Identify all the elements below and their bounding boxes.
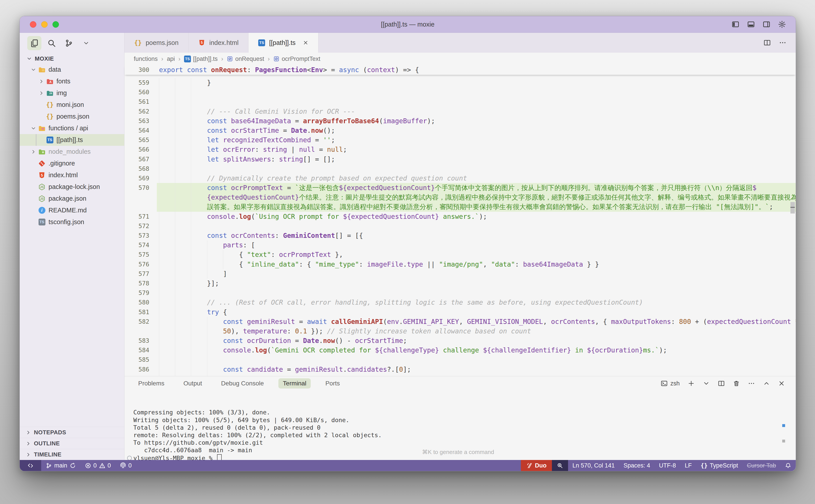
breadcrumb-item-functions[interactable]: functions xyxy=(134,56,158,62)
code-line[interactable]: 563const base64ImageData = arrayBufferTo… xyxy=(124,116,796,126)
terminal-instance[interactable]: zsh xyxy=(661,380,680,387)
breadcrumb-item--path-ts[interactable]: TS[[path]].ts xyxy=(184,56,218,62)
tree-item-fonts[interactable]: Afonts xyxy=(20,75,124,87)
section-outline[interactable]: OUTLINE xyxy=(20,438,124,449)
activity-search[interactable] xyxy=(44,36,59,50)
section-timeline[interactable]: TIMELINE xyxy=(20,449,124,460)
tree-item-img[interactable]: img xyxy=(20,87,124,99)
code-line[interactable]: 572 xyxy=(124,221,796,231)
code-line[interactable]: 585 xyxy=(124,355,796,364)
section-notepads[interactable]: NOTEPADS xyxy=(20,427,124,438)
status-cursor-tab[interactable]: Cursor Tab xyxy=(742,460,780,471)
code-lines[interactable]: 559}560561562// --- Call Gemini Vision f… xyxy=(124,78,796,376)
code-line[interactable]: 567let splitAnswers: string[] = []; xyxy=(124,154,796,164)
terminal-profiles-button[interactable] xyxy=(703,380,710,387)
code-line[interactable]: 300export const onRequest: PagesFunction… xyxy=(124,65,796,75)
code-line[interactable]: 584console.log(`Gemini OCR completed for… xyxy=(124,345,796,355)
code-line[interactable]: 578}]; xyxy=(124,279,796,288)
tree-item-tsconfig-json[interactable]: TStsconfig.json xyxy=(20,216,124,228)
tree-item-node-modules[interactable]: node_modules xyxy=(20,146,124,158)
status-encoding[interactable]: UTF-8 xyxy=(655,460,681,471)
status-language[interactable]: {}TypeScript xyxy=(696,460,743,471)
code-line[interactable]: 562// --- Call Gemini Vision for OCR --- xyxy=(124,107,796,116)
close-tab-icon[interactable] xyxy=(303,40,309,46)
status-zoom[interactable] xyxy=(552,460,568,471)
code-line[interactable]: 568 xyxy=(124,164,796,173)
code-line[interactable]: 583const ocrDuration = Date.now() - ocrS… xyxy=(124,336,796,345)
code-line[interactable]: 582const geminiResult = await callGemini… xyxy=(124,317,796,326)
code-line[interactable]: 577] xyxy=(124,269,796,279)
new-terminal-button[interactable] xyxy=(688,380,695,387)
tree-item-functions-api[interactable]: functions / api xyxy=(20,122,124,134)
code-line[interactable]: 誤答案。如果字形有錯誤直接視為錯誤答案。識別過程中絕對不要做語意分析，審閱預期中… xyxy=(124,202,796,212)
activity-more-views[interactable] xyxy=(79,36,93,50)
code-line[interactable]: 50), temperature: 0.1 }); // Slightly in… xyxy=(124,326,796,336)
tree-item-poems-json[interactable]: {}poems.json xyxy=(20,111,124,122)
tree-item-package-lock-json[interactable]: JSpackage-lock.json xyxy=(20,181,124,193)
title-bar[interactable]: [[path]].ts — moxie xyxy=(20,16,796,33)
status-indentation[interactable]: Spaces: 4 xyxy=(619,460,655,471)
code-line[interactable]: 560 xyxy=(124,87,796,97)
breadcrumb-item-ocrprompttext[interactable]: ocrPromptText xyxy=(273,56,320,62)
code-line[interactable]: 573const ocrContents: GeminiContent[] = … xyxy=(124,231,796,240)
explorer-header[interactable]: MOXIE xyxy=(20,54,124,64)
panel-tab-ports[interactable]: Ports xyxy=(321,378,344,389)
code-line[interactable]: 571console.log(`Using OCR prompt for ${e… xyxy=(124,212,796,221)
code-line[interactable]: 587const answerText = candidate?.content… xyxy=(124,374,796,376)
code-line[interactable]: 570const ocrPromptText = `这是一张包含${expect… xyxy=(124,183,796,192)
status-ports[interactable]: 0 xyxy=(115,460,136,471)
panel-tab-terminal[interactable]: Terminal xyxy=(278,378,311,389)
code-line[interactable]: 559} xyxy=(124,78,796,87)
code-line[interactable]: {expectedQuestionCount}个结果。注意：圖片是學生提交的默寫… xyxy=(124,192,796,202)
tab--path-ts[interactable]: TS[[path]].ts xyxy=(249,33,318,53)
panel-tab-problems[interactable]: Problems xyxy=(134,378,169,389)
status-branch[interactable]: main xyxy=(41,460,80,471)
layout-sidebar-right-icon[interactable] xyxy=(763,20,771,28)
more-actions-button[interactable] xyxy=(748,380,755,387)
code-line[interactable]: 566let ocrError: string | null = null; xyxy=(124,145,796,154)
code-line[interactable]: 561 xyxy=(124,97,796,106)
tree-item-moni-json[interactable]: {}moni.json xyxy=(20,99,124,111)
tree-item-readme-md[interactable]: iREADME.md xyxy=(20,204,124,216)
code-line[interactable]: 565let recognizedTextCombined = ''; xyxy=(124,135,796,145)
code-line[interactable]: 579 xyxy=(124,288,796,298)
code-line[interactable]: 569// Dynamically create the prompt base… xyxy=(124,173,796,183)
code-line[interactable]: 575{ "text": ocrPromptText }, xyxy=(124,250,796,259)
status-notifications[interactable] xyxy=(780,460,796,471)
sticky-scroll-line[interactable]: 300export const onRequest: PagesFunction… xyxy=(124,65,796,75)
breadcrumb-item-api[interactable]: api xyxy=(167,56,175,62)
code-line[interactable]: 564const ocrStartTime = Date.now(); xyxy=(124,126,796,135)
status-problems[interactable]: 00 xyxy=(80,460,115,471)
code-line[interactable]: 576{ "inline_data": { "mime_type": image… xyxy=(124,260,796,269)
split-editor-icon[interactable] xyxy=(763,39,771,46)
status-eol[interactable]: LF xyxy=(680,460,696,471)
kill-terminal-button[interactable] xyxy=(733,380,740,387)
split-terminal-button[interactable] xyxy=(718,380,725,387)
status-duo[interactable]: Duo xyxy=(521,460,552,471)
tree-item--path-ts[interactable]: TS[[path]].ts xyxy=(20,134,124,146)
tree-item--gitignore[interactable]: .gitignore xyxy=(20,158,124,169)
close-panel-button[interactable] xyxy=(778,380,785,387)
more-icon[interactable] xyxy=(779,39,786,46)
tree-item-index-html[interactable]: 5index.html xyxy=(20,169,124,181)
panel-tab-output[interactable]: Output xyxy=(179,378,207,389)
status-remote[interactable] xyxy=(20,460,41,471)
code-line[interactable]: 574parts: [ xyxy=(124,240,796,250)
terminal[interactable]: Compressing objects: 100% (3/3), done.Wr… xyxy=(124,391,796,460)
activity-source-control[interactable] xyxy=(62,36,76,50)
settings-gear-icon[interactable] xyxy=(778,20,786,28)
status-cursor-position[interactable]: Ln 570, Col 141 xyxy=(568,460,619,471)
activity-explorer[interactable] xyxy=(27,36,41,50)
panel-tab-debug-console[interactable]: Debug Console xyxy=(217,378,268,389)
code-line[interactable]: 586const candidate = geminiResult.candid… xyxy=(124,365,796,374)
code-line[interactable]: 580// ... (Rest of OCR call, error handl… xyxy=(124,298,796,307)
breadcrumb-item-onrequest[interactable]: onRequest xyxy=(227,56,264,62)
tab-index-html[interactable]: 5index.html xyxy=(188,33,249,53)
layout-sidebar-left-icon[interactable] xyxy=(732,20,740,28)
tree-item-data[interactable]: data xyxy=(20,64,124,75)
editor-scrollbar[interactable] xyxy=(790,202,795,214)
maximize-panel-button[interactable] xyxy=(763,380,770,387)
layout-panel-icon[interactable] xyxy=(747,20,755,28)
tab-poems-json[interactable]: {}poems.json xyxy=(124,33,188,53)
code-line[interactable]: 581try { xyxy=(124,307,796,317)
